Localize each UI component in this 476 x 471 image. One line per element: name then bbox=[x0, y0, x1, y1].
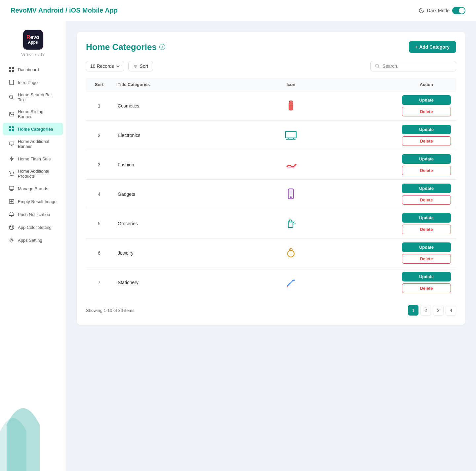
svg-point-28 bbox=[12, 228, 13, 228]
sidebar-label-sliding-banner: Home Sliding Banner bbox=[18, 109, 57, 119]
sidebar-label-dashboard: Dashboard bbox=[18, 67, 39, 72]
sidebar-label-additional-banner: Home Additional Banner bbox=[18, 139, 57, 149]
page-btn-4[interactable]: 4 bbox=[446, 305, 456, 316]
darkmode-label: Dark Mode bbox=[427, 8, 450, 13]
table-row: 2 Electronics Update Delete bbox=[86, 121, 456, 150]
svg-point-39 bbox=[289, 102, 293, 104]
svg-rect-10 bbox=[9, 126, 11, 128]
svg-rect-13 bbox=[12, 129, 14, 131]
update-button[interactable]: Update bbox=[402, 213, 451, 223]
delete-button[interactable]: Delete bbox=[402, 166, 451, 175]
table-header-row: Sort Title Categories Icon Action bbox=[86, 78, 456, 91]
search-box[interactable] bbox=[370, 61, 456, 71]
main-content: Home Categories i + Add Category 10 Reco… bbox=[66, 21, 476, 471]
sidebar-item-manage-brands[interactable]: Manage Brands bbox=[3, 182, 63, 195]
delete-button[interactable]: Delete bbox=[402, 195, 451, 205]
records-label: 10 Records bbox=[90, 64, 114, 69]
page-btn-2[interactable]: 2 bbox=[420, 305, 431, 316]
sidebar-item-home-categories[interactable]: Home Categories bbox=[3, 123, 63, 135]
update-button[interactable]: Update bbox=[402, 125, 451, 134]
cart-icon bbox=[9, 171, 15, 177]
svg-point-27 bbox=[12, 226, 13, 227]
darkmode-switch[interactable] bbox=[452, 7, 465, 14]
sidebar-item-home-sliding-banner[interactable]: Home Sliding Banner bbox=[3, 106, 63, 122]
logo-area: Revo Apps Version 7.3.12 bbox=[21, 21, 44, 60]
delete-button[interactable]: Delete bbox=[402, 283, 451, 293]
delete-button[interactable]: Delete bbox=[402, 107, 451, 116]
col-icon: Icon bbox=[185, 78, 397, 91]
pagination-bar: Showing 1-10 of 30 items 1 2 3 4 bbox=[86, 305, 456, 316]
version-text: Version 7.3.12 bbox=[21, 52, 44, 56]
svg-rect-11 bbox=[12, 126, 14, 128]
palette-icon bbox=[9, 224, 15, 230]
svg-point-47 bbox=[290, 196, 292, 198]
svg-rect-40 bbox=[286, 131, 296, 138]
search-icon bbox=[375, 64, 380, 68]
logo-revo: Revo bbox=[26, 35, 39, 40]
logo-box: Revo Apps bbox=[22, 29, 44, 50]
image2-icon bbox=[9, 198, 15, 204]
tag-icon bbox=[9, 186, 15, 192]
sidebar-item-push-notification[interactable]: Push Notification bbox=[3, 208, 63, 221]
card-header: Home Categories i + Add Category bbox=[86, 41, 456, 53]
monitor-icon bbox=[9, 141, 15, 147]
chevron-down-icon bbox=[116, 64, 120, 68]
svg-point-9 bbox=[10, 113, 11, 114]
sidebar-label-intro: Intro Page bbox=[18, 80, 38, 85]
sidebar-label-additional-products: Home Additional Products bbox=[18, 169, 57, 179]
update-button[interactable]: Update bbox=[402, 184, 451, 193]
sidebar-item-home-flash-sale[interactable]: Home Flash Sale bbox=[3, 152, 63, 165]
sidebar-item-home-additional-banner[interactable]: Home Additional Banner bbox=[3, 136, 63, 152]
records-select[interactable]: 10 Records bbox=[86, 61, 124, 71]
svg-point-18 bbox=[12, 175, 13, 176]
sidebar-item-home-additional-products[interactable]: Home Additional Products bbox=[3, 165, 63, 182]
grid-icon bbox=[9, 66, 15, 72]
sort-label: Sort bbox=[140, 64, 148, 69]
page-title: Home Categories i bbox=[86, 42, 165, 52]
sort-icon bbox=[133, 64, 138, 68]
svg-line-58 bbox=[287, 286, 288, 287]
svg-point-17 bbox=[11, 175, 12, 176]
bell-icon bbox=[9, 211, 15, 217]
sidebar-item-apps-setting[interactable]: Apps Setting bbox=[3, 234, 63, 246]
sidebar-label-push-notification: Push Notification bbox=[18, 212, 50, 217]
sidebar-label-apps-setting: Apps Setting bbox=[18, 238, 42, 243]
sidebar-item-dashboard[interactable]: Dashboard bbox=[3, 63, 63, 76]
update-button[interactable]: Update bbox=[402, 272, 451, 281]
col-sort: Sort bbox=[86, 78, 112, 91]
col-title: Title Categories bbox=[112, 78, 185, 91]
toggle-knob bbox=[459, 8, 465, 14]
apps-icon bbox=[9, 126, 15, 132]
sidebar-item-home-search-bar-text[interactable]: Home Search Bar Text bbox=[3, 89, 63, 106]
page-btn-1[interactable]: 1 bbox=[408, 305, 418, 316]
phone-icon bbox=[9, 79, 15, 85]
svg-point-33 bbox=[376, 64, 378, 67]
svg-point-56 bbox=[290, 252, 292, 255]
darkmode-toggle[interactable]: Dark Mode bbox=[418, 7, 465, 14]
svg-rect-1 bbox=[12, 67, 14, 69]
toolbar: 10 Records Sort bbox=[86, 61, 456, 71]
update-button[interactable]: Update bbox=[402, 242, 451, 252]
delete-button[interactable]: Delete bbox=[402, 136, 451, 146]
sidebar-item-empty-result[interactable]: Empty Result Image bbox=[3, 195, 63, 208]
sidebar-decoration bbox=[0, 398, 53, 471]
add-category-button[interactable]: + Add Category bbox=[409, 41, 456, 53]
update-button[interactable]: Update bbox=[402, 95, 451, 105]
svg-rect-3 bbox=[12, 70, 14, 72]
delete-button[interactable]: Delete bbox=[402, 254, 451, 264]
layout: Revo Apps Version 7.3.12 Dashboard bbox=[0, 21, 476, 471]
sidebar-label-categories: Home Categories bbox=[18, 127, 53, 132]
svg-rect-14 bbox=[9, 142, 14, 145]
delete-button[interactable]: Delete bbox=[402, 225, 451, 234]
search-input[interactable] bbox=[382, 64, 451, 69]
sort-button[interactable]: Sort bbox=[128, 61, 153, 71]
page-btn-3[interactable]: 3 bbox=[433, 305, 444, 316]
svg-point-26 bbox=[10, 226, 11, 227]
update-button[interactable]: Update bbox=[402, 154, 451, 164]
sidebar-item-app-color-setting[interactable]: App Color Setting bbox=[3, 221, 63, 234]
sidebar-item-intro-page[interactable]: Intro Page bbox=[3, 76, 63, 89]
svg-line-53 bbox=[293, 224, 296, 224]
sidebar-label-search-bar: Home Search Bar Text bbox=[18, 92, 57, 102]
svg-rect-49 bbox=[289, 222, 292, 223]
svg-rect-19 bbox=[9, 186, 14, 190]
